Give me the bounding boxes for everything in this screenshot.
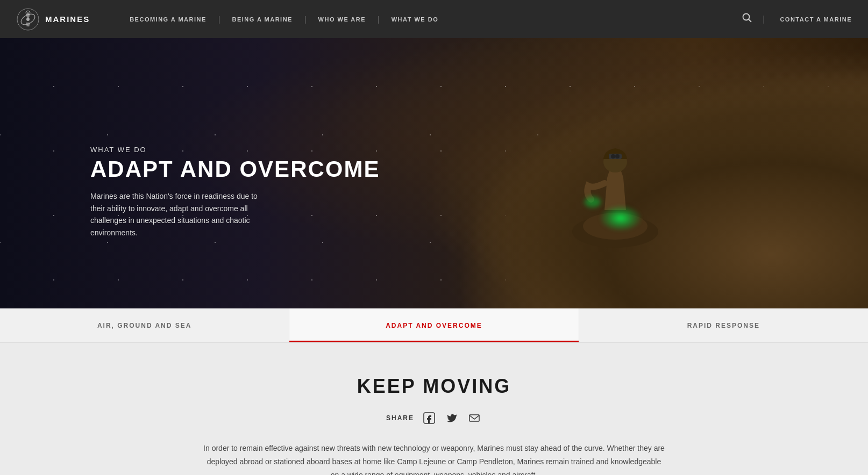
share-label: SHARE [386,414,414,422]
facebook-icon [423,412,435,424]
nav-being[interactable]: BEING A MARINE [220,16,304,23]
page-wrapper: MARINES BECOMING A MARINE | BEING A MARI… [0,0,868,475]
tab-rapid-response[interactable]: RAPID RESPONSE [579,308,868,342]
nav-who[interactable]: WHO WE ARE [307,16,378,23]
content-wrapper: KEEP MOVING SHARE [0,343,868,475]
tab-adapt-overcome[interactable]: ADAPT AND OVERCOME [289,308,579,342]
hero-section: WHAT WE DO ADAPT AND OVERCOME Marines ar… [0,38,868,308]
nav-what[interactable]: WHAT WE DO [380,16,451,23]
search-button[interactable] [742,13,752,25]
search-icon [742,13,752,23]
svg-point-12 [615,154,620,159]
tabs-bar: AIR, GROUND AND SEA ADAPT AND OVERCOME R… [0,308,868,343]
hero-content: WHAT WE DO ADAPT AND OVERCOME Marines ar… [90,146,380,239]
email-icon [468,412,480,424]
content-title: KEEP MOVING [203,375,665,398]
twitter-icon [446,412,458,424]
header: MARINES BECOMING A MARINE | BEING A MARI… [0,0,868,38]
email-share-button[interactable] [467,411,482,426]
contact-link[interactable]: CONTACT A MARINE [780,16,852,23]
marines-logo[interactable]: MARINES [16,8,90,31]
twitter-share-button[interactable] [444,411,459,426]
content-body: In order to remain effective against new… [203,442,665,475]
contact-separator: | [763,15,765,24]
header-right: | CONTACT A MARINE [742,13,852,25]
svg-point-11 [611,154,615,159]
logo-text: MARINES [45,15,90,24]
tab-air-ground-sea[interactable]: AIR, GROUND AND SEA [0,308,289,342]
header-left: MARINES BECOMING A MARINE | BEING A MARI… [16,8,450,31]
logo-emblem [16,8,40,31]
content-section: KEEP MOVING SHARE [0,343,868,475]
green-glow [599,205,642,232]
svg-point-4 [743,14,750,20]
hero-description: Marines are this Nation's force in readi… [90,190,273,239]
share-row: SHARE [203,411,665,426]
svg-line-5 [749,19,751,22]
hero-soldier [561,124,669,275]
nav-becoming[interactable]: BECOMING A MARINE [118,16,218,23]
main-nav: BECOMING A MARINE | BEING A MARINE | WHO… [118,15,450,24]
facebook-share-button[interactable] [422,411,437,426]
hero-subtitle: WHAT WE DO [90,146,380,154]
svg-rect-14 [469,415,479,421]
svg-point-9 [585,197,601,207]
hero-title: ADAPT AND OVERCOME [90,157,380,182]
content-inner: KEEP MOVING SHARE [203,375,665,475]
